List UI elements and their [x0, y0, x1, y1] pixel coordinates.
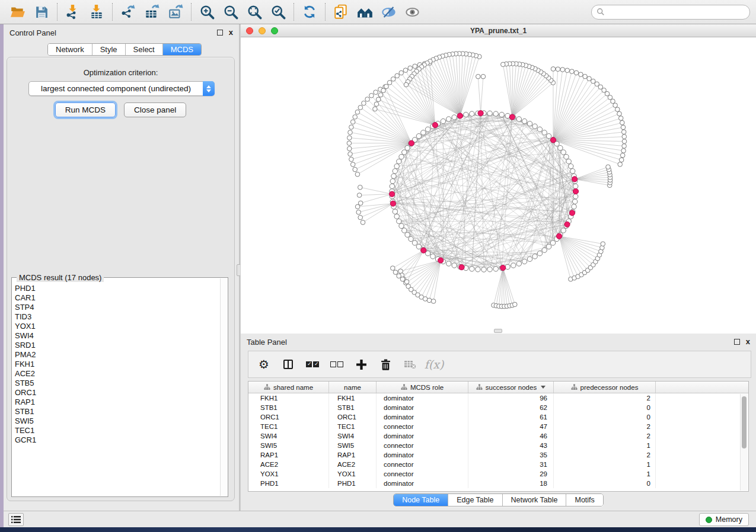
graph-node[interactable]	[416, 134, 421, 139]
graph-node[interactable]	[412, 241, 417, 245]
graph-leaf-node[interactable]	[556, 67, 560, 72]
refresh-icon[interactable]	[298, 2, 321, 22]
zoom-in-icon[interactable]	[195, 2, 219, 22]
graph-mcds-hub-node[interactable]	[432, 123, 438, 128]
zoom-selected-icon[interactable]	[266, 2, 290, 22]
graph-node[interactable]	[397, 159, 401, 164]
function-builder-icon[interactable]: f(x)	[427, 357, 441, 371]
graph-node[interactable]	[569, 164, 573, 168]
graph-node[interactable]	[532, 254, 537, 259]
graph-leaf-node[interactable]	[570, 69, 575, 74]
graph-node[interactable]	[573, 184, 578, 188]
graph-leaf-node[interactable]	[622, 144, 627, 149]
graph-node[interactable]	[393, 209, 397, 214]
graph-node[interactable]	[402, 228, 407, 233]
graph-node[interactable]	[558, 146, 563, 150]
graph-leaf-node[interactable]	[618, 116, 623, 121]
graph-leaf-node[interactable]	[620, 153, 625, 158]
task-history-button[interactable]	[8, 513, 24, 526]
graph-mcds-hub-node[interactable]	[573, 188, 578, 194]
graph-node[interactable]	[570, 169, 575, 174]
graph-node[interactable]	[522, 259, 527, 264]
mcds-result-item[interactable]: STB1	[12, 407, 220, 416]
graph-node[interactable]	[402, 150, 407, 155]
graph-leaf-node[interactable]	[358, 215, 363, 220]
tab-edge-table[interactable]: Edge Table	[448, 494, 502, 506]
export-network-icon[interactable]	[116, 2, 140, 22]
graph-node[interactable]	[561, 150, 566, 155]
graph-leaf-node[interactable]	[587, 76, 592, 81]
graph-leaf-node[interactable]	[551, 67, 556, 72]
table-scrollbar-thumb[interactable]	[742, 396, 747, 448]
mcds-result-item[interactable]: SRD1	[12, 341, 220, 350]
column-header-shared-name[interactable]: shared name	[248, 382, 329, 393]
graph-leaf-node[interactable]	[348, 130, 353, 135]
graph-node[interactable]	[564, 154, 569, 159]
graph-leaf-node[interactable]	[355, 110, 360, 114]
criterion-dropdown[interactable]: largest connected component (undirected)	[28, 81, 215, 96]
graph-mcds-hub-node[interactable]	[459, 265, 464, 270]
graph-leaf-node[interactable]	[348, 152, 353, 156]
graph-node[interactable]	[572, 204, 576, 209]
delete-column-icon[interactable]	[378, 357, 393, 371]
graph-node[interactable]	[421, 130, 426, 135]
tab-select[interactable]: Select	[126, 44, 163, 55]
graph-leaf-node[interactable]	[374, 90, 378, 95]
graph-leaf-node[interactable]	[357, 193, 362, 198]
graph-leaf-node[interactable]	[619, 158, 624, 162]
graph-leaf-node[interactable]	[362, 101, 366, 105]
graph-node[interactable]	[522, 118, 527, 123]
graph-node[interactable]	[537, 127, 542, 132]
graph-node[interactable]	[516, 117, 521, 121]
graph-node[interactable]	[391, 174, 396, 178]
graph-node[interactable]	[397, 219, 401, 223]
graph-leaf-node[interactable]	[349, 157, 354, 162]
graph-mcds-hub-node[interactable]	[564, 222, 570, 227]
mcds-result-item[interactable]: TEC1	[12, 426, 220, 435]
graph-mcds-hub-node[interactable]	[550, 137, 556, 143]
mcds-result-item[interactable]: GCR1	[12, 435, 220, 445]
graph-leaf-node[interactable]	[355, 204, 360, 209]
table-row[interactable]: RAP1RAP1dominator352	[248, 450, 748, 460]
mcds-result-scrollbar[interactable]	[220, 278, 227, 496]
graph-mcds-hub-node[interactable]	[500, 265, 506, 271]
graph-leaf-node[interactable]	[381, 88, 386, 93]
graph-node[interactable]	[487, 267, 492, 272]
import-table-icon[interactable]	[85, 2, 109, 22]
table-row[interactable]: SWI4SWI4dominator462	[248, 431, 748, 441]
graph-node[interactable]	[399, 223, 404, 228]
graph-leaf-node[interactable]	[583, 74, 588, 79]
graph-leaf-node[interactable]	[347, 136, 352, 140]
clone-network-icon[interactable]	[329, 2, 353, 22]
network-overview-icon[interactable]	[353, 2, 377, 22]
graph-node[interactable]	[464, 112, 468, 117]
export-image-icon[interactable]	[164, 2, 187, 22]
graph-leaf-node[interactable]	[501, 62, 506, 67]
mcds-result-item[interactable]: PHD1	[12, 284, 220, 293]
graph-node[interactable]	[390, 179, 395, 184]
column-header-MCDS-role[interactable]: MCDS role	[377, 382, 468, 393]
close-panel-icon[interactable]: x	[229, 30, 233, 36]
graph-leaf-node[interactable]	[384, 84, 389, 89]
graph-mcds-hub-node[interactable]	[421, 248, 426, 253]
graph-node[interactable]	[452, 115, 457, 120]
float-panel-icon[interactable]	[734, 339, 740, 345]
graph-leaf-node[interactable]	[387, 81, 392, 85]
graph-leaf-node[interactable]	[358, 105, 363, 110]
graph-node[interactable]	[573, 194, 578, 198]
mcds-result-item[interactable]: PMA2	[12, 350, 220, 360]
graph-node[interactable]	[476, 267, 480, 272]
graph-node[interactable]	[505, 264, 510, 269]
graph-leaf-node[interactable]	[356, 210, 361, 214]
graph-leaf-node[interactable]	[574, 70, 579, 75]
zoom-out-icon[interactable]	[219, 2, 243, 22]
mcds-result-item[interactable]: FKH1	[12, 360, 220, 369]
graph-node[interactable]	[542, 248, 547, 252]
graph-leaf-node[interactable]	[376, 97, 381, 102]
table-row[interactable]: FKH1FKH1dominator962	[248, 393, 748, 403]
graph-node[interactable]	[399, 154, 404, 159]
graph-node[interactable]	[493, 267, 498, 271]
mcds-result-item[interactable]: SWI4	[12, 331, 220, 341]
mcds-result-item[interactable]: CAR1	[12, 293, 220, 303]
run-mcds-button[interactable]: Run MCDS	[55, 102, 116, 117]
